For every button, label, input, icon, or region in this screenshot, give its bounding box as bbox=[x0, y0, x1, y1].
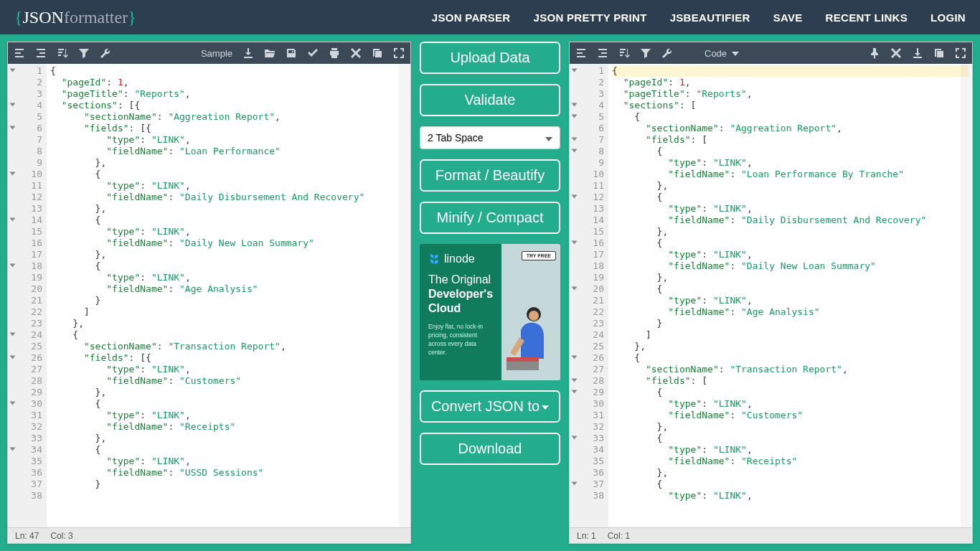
sort-icon[interactable] bbox=[618, 47, 630, 59]
nav-json-parser[interactable]: JSON PARSER bbox=[432, 11, 511, 24]
upload-button[interactable]: Upload Data bbox=[420, 42, 560, 74]
left-status-bar: Ln: 47 Col: 3 bbox=[8, 527, 410, 543]
download-icon[interactable] bbox=[912, 47, 923, 59]
left-editor[interactable]: 1234567891011121314151617181920212223242… bbox=[8, 64, 410, 527]
indent-left-icon[interactable] bbox=[14, 47, 25, 59]
right-status-col: Col: 1 bbox=[608, 531, 630, 541]
left-status-col: Col: 3 bbox=[50, 531, 72, 541]
close-icon[interactable] bbox=[350, 47, 362, 59]
wrench-icon[interactable] bbox=[661, 47, 673, 59]
svg-rect-2 bbox=[507, 357, 539, 362]
fullscreen-icon[interactable] bbox=[393, 47, 405, 59]
convert-button[interactable]: Convert JSON to bbox=[420, 390, 560, 423]
fullscreen-icon[interactable] bbox=[955, 47, 966, 59]
chevron-down-icon bbox=[732, 52, 739, 56]
nav-recent-links[interactable]: RECENT LINKS bbox=[826, 11, 908, 24]
indent-right-icon[interactable] bbox=[35, 47, 47, 59]
indent-left-icon[interactable] bbox=[575, 47, 587, 59]
person-illustration-icon bbox=[499, 301, 557, 380]
right-status-ln: Ln: 1 bbox=[577, 531, 596, 541]
left-editor-panel: Sample 123456789101112131415161718192021… bbox=[7, 42, 411, 544]
left-code[interactable]: { "pageId": 1, "pageTitle": "Reports", "… bbox=[47, 64, 410, 527]
check-icon[interactable] bbox=[307, 47, 319, 59]
left-status-ln: Ln: 47 bbox=[15, 531, 39, 541]
right-status-bar: Ln: 1 Col: 1 bbox=[570, 527, 972, 543]
main: Sample 123456789101112131415161718192021… bbox=[0, 34, 980, 551]
indent-select[interactable]: 2 Tab Space bbox=[420, 126, 560, 149]
copy-icon[interactable] bbox=[372, 47, 383, 59]
nav-save[interactable]: SAVE bbox=[773, 11, 803, 24]
brace-close-icon: } bbox=[128, 8, 136, 27]
filter-icon[interactable] bbox=[640, 47, 651, 59]
save-icon[interactable] bbox=[286, 47, 297, 59]
print-icon[interactable] bbox=[329, 47, 340, 59]
download-button[interactable]: Download bbox=[420, 433, 560, 465]
logo-formatter: formatter bbox=[64, 8, 128, 27]
sort-icon[interactable] bbox=[57, 47, 68, 59]
right-editor-panel: Code 12345678910111213141516171819202122… bbox=[569, 42, 973, 544]
nav-json-pretty-print[interactable]: JSON PRETTY PRINT bbox=[533, 11, 646, 24]
close-icon[interactable] bbox=[890, 47, 902, 59]
svg-rect-3 bbox=[507, 362, 539, 370]
nav-login[interactable]: LOGIN bbox=[930, 11, 966, 24]
nav: JSON PARSER JSON PRETTY PRINT JSBEAUTIFI… bbox=[432, 11, 966, 24]
wrench-icon[interactable] bbox=[100, 47, 111, 59]
ad-brand: linode bbox=[444, 253, 475, 265]
right-code[interactable]: { "pageId": 1, "pageTitle": "Reports", "… bbox=[608, 64, 972, 527]
middle-actions: Upload Data Validate 2 Tab Space Format … bbox=[411, 42, 569, 544]
logo-json: JSON bbox=[23, 8, 64, 27]
chevron-down-icon bbox=[542, 405, 549, 410]
left-scrollbar[interactable] bbox=[399, 64, 410, 527]
code-dropdown[interactable]: Code bbox=[705, 48, 739, 59]
sample-dropdown[interactable]: Sample bbox=[201, 48, 232, 59]
logo[interactable]: { JSON formatter } bbox=[14, 8, 136, 27]
folder-open-icon[interactable] bbox=[264, 47, 275, 59]
right-editor[interactable]: 1234567891011121314151617181920212223242… bbox=[570, 64, 972, 527]
right-toolbar: Code bbox=[570, 42, 972, 64]
svg-point-1 bbox=[529, 311, 539, 321]
nav-jsbeautifier[interactable]: JSBEAUTIFIER bbox=[670, 11, 750, 24]
brace-open-icon: { bbox=[14, 8, 23, 27]
indent-right-icon[interactable] bbox=[597, 47, 608, 59]
pin-icon[interactable] bbox=[869, 47, 880, 59]
linode-logo-icon bbox=[428, 253, 441, 265]
ad-try-button[interactable]: TRY FREE bbox=[522, 251, 556, 260]
header: { JSON formatter } JSON PARSER JSON PRET… bbox=[0, 0, 980, 34]
filter-icon[interactable] bbox=[78, 47, 90, 59]
left-gutter: 1234567891011121314151617181920212223242… bbox=[8, 64, 47, 527]
right-gutter: 1234567891011121314151617181920212223242… bbox=[570, 64, 608, 527]
format-button[interactable]: Format / Beautify bbox=[420, 159, 560, 192]
usb-icon[interactable] bbox=[242, 47, 254, 59]
ad-desc: Enjoy flat, no lock-in pricing, consiste… bbox=[428, 323, 493, 357]
ad-title: The OriginalDeveloper's Cloud bbox=[428, 273, 493, 316]
advertisement[interactable]: i✕ linode The OriginalDeveloper's Cloud … bbox=[420, 244, 560, 380]
left-toolbar: Sample bbox=[8, 42, 410, 64]
minify-button[interactable]: Minify / Compact bbox=[420, 202, 560, 234]
right-scrollbar[interactable] bbox=[961, 64, 972, 527]
copy-icon[interactable] bbox=[933, 47, 945, 59]
validate-button[interactable]: Validate bbox=[420, 84, 560, 116]
